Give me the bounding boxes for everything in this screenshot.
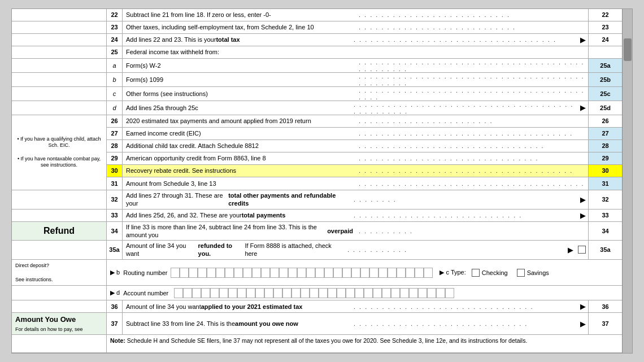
routing-input-boxes[interactable]: [171, 268, 433, 278]
routing-cell-6[interactable]: [216, 268, 225, 278]
routing-cell-12[interactable]: [270, 268, 279, 278]
routing-cell-24[interactable]: [378, 268, 388, 278]
acct-cell-25[interactable]: [391, 288, 400, 298]
row-35d: ▶ d Account number: [12, 286, 622, 300]
routing-content: ▶ b Routing number ▶ c Type: Checking Sa…: [107, 260, 622, 286]
routing-cell-10[interactable]: [252, 268, 261, 278]
acct-cell-5[interactable]: [210, 288, 219, 298]
rightbox-34: 34: [588, 222, 622, 241]
acct-cell-23[interactable]: [373, 288, 382, 298]
linenum-31: 31: [107, 177, 123, 190]
acct-cell-26[interactable]: [400, 288, 409, 298]
arrow-36: ▶: [578, 300, 588, 312]
acct-cell-21[interactable]: [355, 288, 364, 298]
acct-cell-15[interactable]: [301, 288, 310, 298]
refund-title: Refund: [43, 226, 75, 236]
routing-cell-28[interactable]: [415, 268, 424, 278]
acct-cell-11[interactable]: [264, 288, 273, 298]
row-22: 22 Subtract line 21 from line 18. If zer…: [12, 9, 622, 21]
account-input-boxes[interactable]: [174, 288, 454, 298]
acct-cell-2[interactable]: [183, 288, 192, 298]
routing-cell-9[interactable]: [243, 268, 252, 278]
acct-cell-27[interactable]: [409, 288, 418, 298]
row-33: 33 Add lines 25d, 26, and 32. These are …: [12, 210, 622, 222]
owe-label: Amount You Owe For details on how to pay…: [12, 313, 107, 334]
checkbox-35a[interactable]: [576, 241, 588, 259]
linecontent-30: Recovery rebate credit. See instructions: [123, 165, 356, 177]
routing-cell-22[interactable]: [360, 268, 369, 278]
dots-27: . . . . . . . . . . . . . . . . . . . . …: [356, 128, 588, 139]
acct-cell-31[interactable]: [445, 288, 454, 298]
routing-cell-25[interactable]: [388, 268, 397, 278]
routing-cell-15[interactable]: [297, 268, 306, 278]
routing-cell-11[interactable]: [261, 268, 270, 278]
checking-area[interactable]: Checking: [472, 269, 508, 277]
routing-cell-26[interactable]: [397, 268, 406, 278]
routing-cell-2[interactable]: [180, 268, 189, 278]
dots-34: . . . . . . . . . .: [356, 222, 588, 241]
routing-cell-18[interactable]: [324, 268, 333, 278]
acct-cell-3[interactable]: [192, 288, 201, 298]
rightbox-37: 37: [588, 313, 622, 334]
checkbox-sq-35a[interactable]: [578, 246, 586, 254]
routing-cell-1[interactable]: [171, 268, 180, 278]
arrow-33: ▶: [578, 210, 588, 221]
acct-cell-9[interactable]: [246, 288, 255, 298]
acct-cell-18[interactable]: [328, 288, 337, 298]
routing-cell-29[interactable]: [424, 268, 433, 278]
row-25b: b Form(s) 1099 . . . . . . . . . . . . .…: [12, 73, 622, 87]
acct-cell-30[interactable]: [436, 288, 445, 298]
dots-32: . . . . . . . .: [351, 190, 578, 209]
savings-checkbox[interactable]: [517, 269, 525, 277]
acct-cell-8[interactable]: [237, 288, 246, 298]
routing-cell-20[interactable]: [342, 268, 351, 278]
rightbox-26: 26: [588, 115, 622, 127]
routing-cell-14[interactable]: [288, 268, 297, 278]
acct-cell-28[interactable]: [418, 288, 427, 298]
acct-cell-4[interactable]: [201, 288, 210, 298]
acct-cell-1[interactable]: [174, 288, 183, 298]
routing-cell-27[interactable]: [406, 268, 415, 278]
acct-cell-20[interactable]: [346, 288, 355, 298]
acct-cell-24[interactable]: [382, 288, 391, 298]
savings-area[interactable]: Savings: [517, 269, 549, 277]
see-instructions-text: See instructions.: [15, 276, 53, 284]
acct-cell-16[interactable]: [310, 288, 319, 298]
linecontent-25b: Form(s) 1099: [123, 73, 356, 86]
routing-cell-21[interactable]: [351, 268, 360, 278]
acct-cell-29[interactable]: [427, 288, 436, 298]
routing-cell-23[interactable]: [369, 268, 378, 278]
arrow-d: ▶ d: [110, 289, 120, 296]
dots-35a: . . . . . . . . . . .: [345, 241, 565, 259]
routing-cell-13[interactable]: [279, 268, 288, 278]
left-label-25: [12, 46, 107, 58]
routing-cell-3[interactable]: [189, 268, 198, 278]
scrollbar[interactable]: [622, 9, 632, 353]
acct-cell-19[interactable]: [337, 288, 346, 298]
acct-cell-7[interactable]: [228, 288, 237, 298]
acct-cell-12[interactable]: [273, 288, 282, 298]
routing-cell-16[interactable]: [306, 268, 315, 278]
routing-cell-4[interactable]: [198, 268, 207, 278]
routing-cell-8[interactable]: [234, 268, 243, 278]
note-row: Note: Schedule H and Schedule SE filers,…: [12, 335, 622, 353]
acct-cell-22[interactable]: [364, 288, 373, 298]
acct-cell-6[interactable]: [219, 288, 228, 298]
acct-cell-13[interactable]: [282, 288, 291, 298]
acct-cell-14[interactable]: [291, 288, 301, 298]
routing-cell-19[interactable]: [333, 268, 342, 278]
dots-22: . . . . . . . . . . . . . . . . . . . . …: [356, 9, 588, 21]
routing-cell-5[interactable]: [207, 268, 216, 278]
acct-cell-10[interactable]: [255, 288, 264, 298]
routing-cell-7[interactable]: [225, 268, 234, 278]
left-label-note: [12, 335, 107, 352]
acct-cell-17[interactable]: [319, 288, 328, 298]
owe-title: Amount You Owe: [15, 315, 76, 324]
checking-checkbox[interactable]: [472, 269, 480, 277]
row-31: 31 Amount from Schedule 3, line 13 . . .…: [107, 177, 622, 190]
row-34: Refund 34 If line 33 is more than line 2…: [12, 222, 622, 241]
row-29: 29 American opportunity credit from Form…: [107, 152, 622, 165]
scroll-thumb[interactable]: [624, 38, 632, 61]
left-label-25c: [12, 87, 107, 101]
routing-cell-17[interactable]: [315, 268, 324, 278]
